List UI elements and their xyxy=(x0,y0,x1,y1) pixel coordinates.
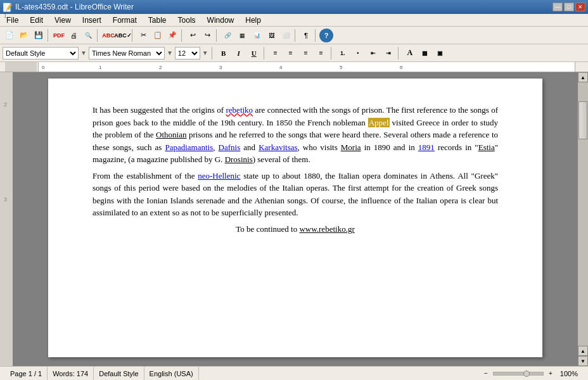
ruler-mark-2: 2 xyxy=(159,65,162,70)
style-dropdown[interactable]: Default Style xyxy=(3,47,79,60)
karkavitsas-link[interactable]: Karkavitsas xyxy=(259,142,297,152)
undo-button[interactable]: ↩ xyxy=(186,28,200,42)
menu-tools[interactable]: Tools xyxy=(173,15,201,26)
justify-button[interactable]: ≡ xyxy=(314,46,328,60)
align-right-button[interactable]: ≡ xyxy=(299,46,313,60)
scroll-down-top[interactable]: ▲ xyxy=(578,346,588,356)
print-preview-button[interactable]: 🔍 xyxy=(81,28,95,42)
paragraph-continued: To be continued to www.rebetiko.gr xyxy=(93,223,498,236)
cut-button[interactable]: ✂ xyxy=(136,28,150,42)
print-button[interactable]: 🖨 xyxy=(67,28,80,42)
website-link[interactable]: www.rebetiko.gr xyxy=(299,224,354,234)
increase-indent-button[interactable]: ⇥ xyxy=(381,46,395,60)
export-pdf-button[interactable]: PDF xyxy=(52,28,66,42)
character-highlight-button[interactable]: ▣ xyxy=(433,46,447,60)
menubar: File Edit View Insert Format Table Tools… xyxy=(0,14,588,27)
sep7 xyxy=(315,29,317,42)
align-center-button[interactable]: ≡ xyxy=(284,46,298,60)
minimize-button[interactable]: — xyxy=(553,3,563,11)
rebetiko-link[interactable]: rebetiko xyxy=(226,105,253,115)
toolbar-main: 📄 📂 💾 PDF 🖨 🔍 ABC ABC✓ ✂ 📋 📌 ↩ ↪ 🔗 ▦ 📊 🖼… xyxy=(0,27,588,44)
drosinis-link[interactable]: Drosinis xyxy=(225,155,253,164)
othonian-link[interactable]: Othonian xyxy=(156,130,186,139)
scroll-down-bottom[interactable]: ▼ xyxy=(578,356,588,366)
dafnis-link[interactable]: Dafnis xyxy=(219,142,241,152)
autocorrect-button[interactable]: ABC✓ xyxy=(116,28,130,42)
underline-button[interactable]: U xyxy=(247,46,261,60)
decrease-indent-button[interactable]: ⇤ xyxy=(366,46,380,60)
menu-edit[interactable]: Edit xyxy=(25,15,48,26)
ruler: 0 1 2 3 4 5 6 xyxy=(0,62,588,72)
zoom-thumb[interactable] xyxy=(523,370,530,377)
app-icon: 📝 xyxy=(3,3,13,12)
menu-table[interactable]: Table xyxy=(143,15,172,26)
scroll-up-button[interactable]: ▲ xyxy=(578,72,588,82)
chart-button[interactable]: 📊 xyxy=(250,28,264,42)
sep5 xyxy=(216,29,219,42)
page[interactable]: It has been suggested that the origins o… xyxy=(48,79,542,357)
font-dropdown[interactable]: Times New Roman xyxy=(89,47,165,60)
insert-image-button[interactable]: 🖼 xyxy=(264,28,278,42)
papadiamantis-link[interactable]: Papadiamantis xyxy=(165,142,213,152)
zoom-level: 100% xyxy=(560,370,578,377)
bullets-button[interactable]: • xyxy=(351,46,365,60)
menu-insert[interactable]: Insert xyxy=(77,15,106,26)
appel-highlighted: Appel xyxy=(368,118,390,127)
spellcheck-button[interactable]: ABC xyxy=(101,28,115,42)
zoom-in-button[interactable]: + xyxy=(546,369,555,378)
sep4 xyxy=(181,29,184,42)
doc-area: It has been suggested that the origins o… xyxy=(13,72,578,366)
ruler-mark-0: 0 xyxy=(42,65,44,70)
menu-format[interactable]: Format xyxy=(108,15,142,26)
zoom-slider[interactable] xyxy=(493,372,544,376)
close-button[interactable]: ✕ xyxy=(575,3,585,11)
document-content: It has been suggested that the origins o… xyxy=(93,104,498,235)
language-status: English (USA) xyxy=(144,367,199,380)
estia-link[interactable]: Estia xyxy=(478,142,495,152)
ruler-mark-3: 3 xyxy=(219,65,222,70)
formatting-toolbar: Default Style ▼ Times New Roman ▼ 12 ▼ B… xyxy=(0,44,588,62)
help-button[interactable]: ? xyxy=(319,28,333,42)
italic-button[interactable]: I xyxy=(232,46,246,60)
menu-help[interactable]: Help xyxy=(240,15,266,26)
moria-link[interactable]: Moria xyxy=(341,142,361,152)
page-num-1: 1 xyxy=(4,13,7,19)
neo-hellenic-link[interactable]: neo-Hellenic xyxy=(198,171,240,180)
align-left-button[interactable]: ≡ xyxy=(269,46,283,60)
copy-button[interactable]: 📋 xyxy=(151,28,165,42)
size-dropdown[interactable]: 12 xyxy=(175,47,200,60)
titlebar-controls: — □ ✕ xyxy=(553,3,585,11)
insert-frame-button[interactable]: ⬜ xyxy=(279,28,293,42)
scroll-thumb[interactable] xyxy=(578,101,587,139)
open-button[interactable]: 📂 xyxy=(17,28,31,42)
ruler-mark-6: 6 xyxy=(400,65,402,70)
zoom-out-button[interactable]: − xyxy=(482,369,490,378)
ruler-mark-4: 4 xyxy=(279,65,282,70)
font-color-button[interactable]: A xyxy=(403,46,417,60)
save-button[interactable]: 💾 xyxy=(32,28,46,42)
main-area: 1 2 3 It has been suggested that the ori… xyxy=(0,72,588,366)
maximize-button[interactable]: □ xyxy=(564,3,574,11)
highlight-button[interactable]: ▩ xyxy=(418,46,432,60)
menu-view[interactable]: View xyxy=(49,15,76,26)
page-num-2: 2 xyxy=(4,101,7,108)
style-status: Default Style xyxy=(94,367,144,380)
show-formatting-button[interactable]: ¶ xyxy=(299,28,313,42)
new-button[interactable]: 📄 xyxy=(3,28,16,42)
sep2 xyxy=(97,29,99,42)
1891-link[interactable]: 1891 xyxy=(418,142,435,152)
scroll-track[interactable] xyxy=(578,82,588,346)
menu-window[interactable]: Window xyxy=(202,15,240,26)
style-name: Default Style xyxy=(99,370,138,377)
page-count: Page 1 / 1 xyxy=(10,370,42,377)
hyperlink-button[interactable]: 🔗 xyxy=(220,28,234,42)
table-button[interactable]: ▦ xyxy=(235,28,249,42)
paste-button[interactable]: 📌 xyxy=(165,28,179,42)
redo-button[interactable]: ↪ xyxy=(200,28,214,42)
page-num-3: 3 xyxy=(4,196,7,203)
word-count: Words: 174 xyxy=(48,367,94,380)
bold-button[interactable]: B xyxy=(217,46,231,60)
left-margin: 1 2 3 xyxy=(0,72,13,366)
numbering-button[interactable]: 1. xyxy=(336,46,350,60)
sep1 xyxy=(48,29,50,42)
